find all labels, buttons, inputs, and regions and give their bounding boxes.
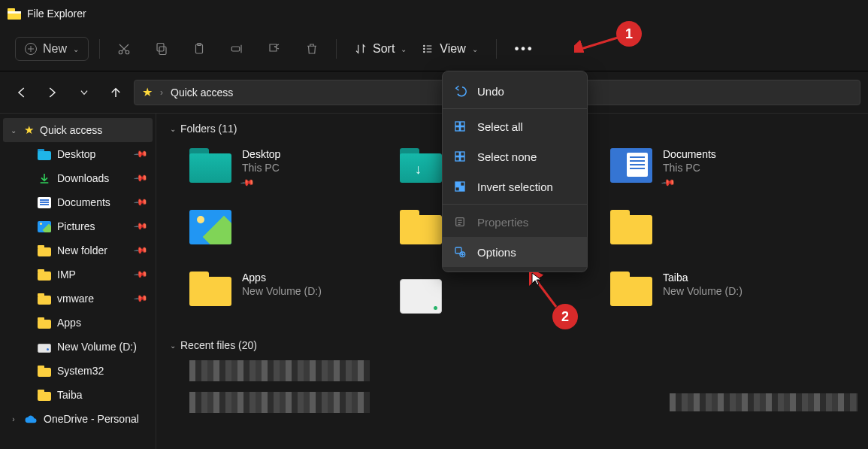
app-title: File Explorer bbox=[27, 8, 86, 20]
folder-location: This PC bbox=[242, 162, 280, 174]
sidebar-item[interactable]: vmware📌 bbox=[3, 287, 153, 311]
sidebar-item[interactable]: Documents📌 bbox=[3, 190, 153, 214]
star-icon: ★ bbox=[142, 85, 153, 99]
menu-invert-label: Invert selection bbox=[477, 181, 553, 193]
sidebar-item-label: New Volume (D:) bbox=[57, 341, 137, 353]
chevron-down-icon: ⌄ bbox=[9, 126, 18, 135]
sort-icon bbox=[355, 43, 367, 55]
chevron-down-icon: ⌄ bbox=[170, 341, 176, 350]
copy-icon[interactable] bbox=[148, 35, 175, 62]
sidebar-item[interactable]: Desktop📌 bbox=[3, 142, 153, 166]
title-bar: File Explorer bbox=[0, 0, 868, 27]
sidebar-item-label: Documents bbox=[57, 196, 110, 208]
menu-invert-selection[interactable]: Invert selection bbox=[443, 171, 587, 202]
sidebar: ⌄★Quick accessDesktop📌Downloads📌Document… bbox=[0, 114, 156, 449]
sidebar-item[interactable]: IMP📌 bbox=[3, 262, 153, 287]
view-label: View bbox=[440, 42, 465, 56]
sidebar-item[interactable]: ›OneDrive - Personal bbox=[3, 407, 153, 431]
pin-icon: 📌 bbox=[240, 175, 253, 189]
svg-point-9 bbox=[424, 51, 425, 52]
menu-select-all[interactable]: Select all bbox=[443, 111, 587, 141]
more-button[interactable]: ••• bbox=[507, 38, 542, 60]
svg-rect-6 bbox=[231, 47, 240, 51]
new-button[interactable]: New ⌄ bbox=[15, 37, 89, 61]
plus-icon bbox=[25, 43, 37, 55]
svg-rect-17 bbox=[461, 157, 464, 161]
sidebar-item-label: New folder bbox=[57, 244, 107, 256]
folder-tile[interactable]: DesktopThis PC📌 bbox=[189, 145, 385, 199]
divider bbox=[99, 39, 100, 59]
rename-icon[interactable] bbox=[223, 35, 250, 62]
svg-rect-14 bbox=[455, 152, 459, 156]
folder-location: New Volume (D:) bbox=[242, 285, 322, 297]
chevron-down-icon: ⌄ bbox=[472, 45, 478, 53]
annotation-arrow-1 bbox=[574, 36, 621, 53]
divider bbox=[336, 39, 337, 59]
folder-tile[interactable]: DocumentsThis PC📌 bbox=[610, 145, 806, 199]
pin-icon: 📌 bbox=[133, 195, 148, 210]
view-icon bbox=[422, 43, 434, 55]
options-icon bbox=[453, 245, 467, 259]
menu-undo[interactable]: Undo bbox=[443, 76, 587, 106]
chevron-right-icon: › bbox=[160, 87, 163, 98]
pin-icon: 📌 bbox=[133, 171, 148, 186]
annotation-badge-1: 1 bbox=[616, 21, 642, 47]
redacted-content bbox=[189, 392, 370, 413]
address-bar: ★ › Quick access bbox=[0, 71, 868, 113]
svg-rect-16 bbox=[455, 157, 459, 161]
sidebar-item[interactable]: New Volume (D:) bbox=[3, 335, 153, 359]
recent-section-title: Recent files (20) bbox=[180, 339, 257, 351]
menu-select-none-label: Select none bbox=[477, 150, 537, 163]
annotation-badge-2: 2 bbox=[552, 304, 578, 329]
menu-properties-label: Properties bbox=[477, 216, 528, 229]
trash-icon[interactable] bbox=[298, 35, 325, 62]
folder-tile[interactable] bbox=[610, 207, 806, 261]
sort-button[interactable]: Sort ⌄ bbox=[347, 38, 414, 60]
view-button[interactable]: View ⌄ bbox=[414, 38, 485, 60]
forward-button[interactable] bbox=[39, 79, 66, 106]
redacted-content bbox=[670, 393, 857, 411]
pin-icon: 📌 bbox=[133, 219, 148, 234]
chevron-down-icon: ⌄ bbox=[73, 45, 79, 53]
folder-tile[interactable]: AppsNew Volume (D:) bbox=[189, 268, 385, 323]
properties-icon bbox=[453, 215, 467, 229]
recent-locations-button[interactable] bbox=[71, 79, 98, 106]
back-button[interactable] bbox=[8, 79, 35, 106]
svg-point-8 bbox=[424, 48, 425, 49]
sidebar-item-label: Quick access bbox=[40, 124, 102, 136]
folders-section-title: Folders (11) bbox=[180, 123, 237, 135]
sidebar-item[interactable]: Apps bbox=[3, 311, 153, 335]
sidebar-item[interactable]: Pictures📌 bbox=[3, 214, 153, 238]
pin-icon: 📌 bbox=[133, 291, 148, 306]
menu-select-none[interactable]: Select none bbox=[443, 141, 587, 171]
folder-name: Taiba bbox=[663, 272, 742, 284]
sidebar-item[interactable]: New folder📌 bbox=[3, 238, 153, 262]
sidebar-item[interactable]: Taiba bbox=[3, 383, 153, 407]
app-icon bbox=[8, 8, 21, 20]
svg-rect-11 bbox=[461, 122, 464, 126]
svg-rect-20 bbox=[455, 187, 459, 191]
menu-options[interactable]: Options bbox=[443, 237, 587, 267]
share-icon[interactable] bbox=[261, 35, 288, 62]
recent-section-header[interactable]: ⌄ Recent files (20) bbox=[170, 335, 854, 356]
svg-rect-19 bbox=[461, 182, 464, 186]
svg-rect-13 bbox=[461, 127, 464, 131]
sidebar-item[interactable]: System32 bbox=[3, 359, 153, 383]
sidebar-item[interactable]: ⌄★Quick access bbox=[3, 118, 153, 142]
cut-icon[interactable] bbox=[110, 35, 138, 62]
cursor-icon bbox=[531, 272, 542, 286]
context-menu: Undo Select all Select none Invert selec… bbox=[442, 71, 588, 272]
up-button[interactable] bbox=[102, 79, 129, 106]
folder-tile[interactable]: TaibaNew Volume (D:) bbox=[610, 268, 806, 323]
folder-name: Documents bbox=[663, 148, 716, 160]
chevron-right-icon: › bbox=[9, 415, 18, 423]
sidebar-item[interactable]: Downloads📌 bbox=[3, 166, 153, 190]
svg-rect-3 bbox=[157, 44, 164, 52]
folder-tile[interactable] bbox=[189, 207, 385, 261]
pin-icon: 📌 bbox=[133, 147, 148, 162]
svg-rect-21 bbox=[461, 187, 464, 191]
svg-rect-18 bbox=[455, 182, 459, 186]
svg-rect-10 bbox=[455, 122, 459, 126]
paste-icon[interactable] bbox=[186, 35, 213, 62]
sidebar-item-label: Apps bbox=[57, 317, 81, 329]
